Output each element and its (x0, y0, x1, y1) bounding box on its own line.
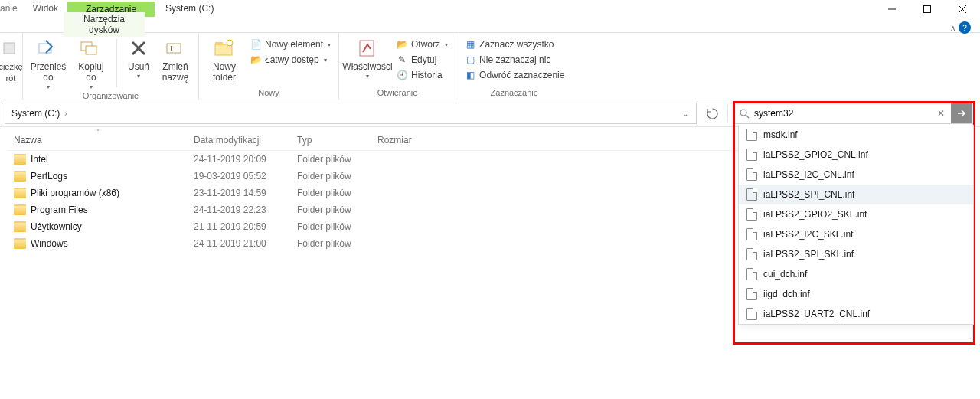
search-suggestion[interactable]: iaLPSS2_UART2_CNL.inf (739, 304, 973, 324)
svg-rect-13 (215, 42, 223, 45)
easy-access-button[interactable]: 📂Łatwy dostęp▾ (248, 53, 332, 67)
shortcut-partial-label2: rót (6, 74, 16, 83)
copy-to-icon (79, 36, 103, 61)
rename-button[interactable]: Zmień nazwę (158, 36, 192, 83)
svg-rect-11 (171, 46, 172, 51)
file-type: Folder plików (291, 203, 371, 217)
document-icon (746, 288, 757, 300)
subtab-left-partial (0, 23, 34, 26)
column-type[interactable]: Typ (291, 130, 371, 150)
document-icon (746, 129, 757, 141)
new-folder-button[interactable]: Nowy folder (205, 36, 243, 83)
new-folder-icon (212, 36, 237, 61)
file-type: Folder plików (291, 186, 371, 200)
group-organize-label: Organizowanie (29, 90, 192, 101)
search-go-button[interactable] (951, 103, 972, 123)
invert-selection-icon: ◧ (464, 69, 476, 81)
search-box[interactable]: ✕ msdk.infiaLPSS2_GPIO2_CNL.infiaLPSS2_I… (733, 103, 974, 124)
search-suggestion[interactable]: iaLPSS2_GPIO2_SKL.inf (739, 204, 973, 224)
search-suggestion[interactable]: iigd_dch.inf (739, 284, 973, 304)
open-button[interactable]: 📂Otwórz▾ (394, 38, 449, 51)
suggestion-label: iaLPSS2_UART2_CNL.inf (763, 309, 870, 319)
edit-button[interactable]: ✎Edytuj (394, 53, 449, 67)
suggestion-label: iaLPSS2_GPIO2_CNL.inf (763, 149, 868, 160)
file-type: Folder plików (291, 169, 371, 183)
search-suggestion[interactable]: iaLPSS2_GPIO2_CNL.inf (739, 145, 973, 165)
properties-button[interactable]: Właściwości▾ (345, 36, 390, 80)
column-date[interactable]: Data modyfikacji (188, 130, 291, 150)
search-suggestion[interactable]: iaLPSS2_I2C_CNL.inf (739, 165, 973, 185)
svg-line-17 (746, 115, 749, 118)
document-icon (746, 308, 757, 320)
file-date: 24-11-2019 20:09 (188, 152, 291, 166)
delete-button[interactable]: Usuń▾ (123, 36, 154, 80)
file-name: Windows (31, 238, 68, 249)
search-suggestion[interactable]: msdk.inf (739, 125, 973, 145)
shortcut-partial-label: cieżkę (0, 62, 23, 72)
address-dropdown-icon[interactable]: ⌄ (679, 110, 691, 118)
new-item-button[interactable]: 📄Nowy element▾ (248, 38, 332, 51)
file-type: Folder plików (291, 237, 371, 250)
folder-icon (14, 171, 26, 182)
help-icon[interactable]: ? (959, 21, 971, 34)
tab-view[interactable]: Widok (24, 1, 67, 17)
invert-selection-button[interactable]: ◧Odwróć zaznaczenie (462, 68, 566, 82)
folder-icon (14, 221, 26, 232)
file-name: PerfLogs (31, 171, 67, 182)
file-date: 23-11-2019 14:59 (188, 186, 291, 200)
document-icon (746, 248, 757, 260)
svg-point-16 (740, 110, 746, 116)
svg-rect-4 (4, 43, 15, 54)
file-size (371, 191, 463, 195)
select-none-button[interactable]: ▢Nie zaznaczaj nic (462, 53, 566, 67)
search-suggestion[interactable]: iaLPSS2_I2C_SKL.inf (739, 224, 973, 244)
rename-icon (163, 36, 188, 61)
group-organize: Przenieś do▾ Kopiuj do▾ Usuń▾ Zmień nazw… (23, 33, 199, 100)
move-to-button[interactable]: Przenieś do▾ (29, 36, 67, 90)
file-size (371, 158, 463, 161)
suggestion-label: iigd_dch.inf (763, 289, 810, 299)
search-suggestion[interactable]: iaLPSS2_SPI_SKL.inf (739, 244, 973, 264)
maximize-button[interactable] (910, 0, 945, 18)
properties-icon (355, 36, 380, 61)
group-new: Nowy folder 📄Nowy element▾ 📂Łatwy dostęp… (199, 33, 339, 100)
file-date: 24-11-2019 22:23 (188, 203, 291, 217)
open-icon: 📂 (396, 38, 408, 51)
sort-asc-icon: ˄ (96, 129, 100, 136)
folder-icon (14, 204, 26, 215)
select-none-icon: ▢ (464, 54, 476, 66)
file-date: 21-11-2019 20:59 (188, 220, 291, 234)
search-input[interactable] (754, 108, 933, 119)
column-size[interactable]: Rozmiar (371, 130, 463, 150)
breadcrumb-root[interactable]: System (C:) (11, 108, 60, 119)
file-date: 24-11-2019 21:00 (188, 237, 291, 250)
close-button[interactable] (945, 0, 980, 18)
column-name[interactable]: ˄Nazwa (8, 130, 188, 150)
document-icon (746, 168, 757, 181)
suggestion-label: cui_dch.inf (763, 269, 807, 280)
file-size (371, 242, 463, 245)
chevron-right-icon[interactable]: › (60, 110, 71, 118)
new-item-icon: 📄 (250, 38, 262, 51)
ribbon-collapse-icon[interactable]: ∧ (950, 24, 956, 32)
minimize-button[interactable] (874, 0, 910, 18)
refresh-button[interactable] (701, 103, 723, 124)
select-all-button[interactable]: ▦Zaznacz wszystko (462, 38, 566, 51)
suggestion-label: msdk.inf (763, 129, 798, 140)
group-select-label: Zaznaczanie (462, 87, 566, 98)
search-suggestion[interactable]: iaLPSS2_SPI_CNL.inf (739, 185, 973, 204)
clear-search-button[interactable]: ✕ (933, 108, 949, 119)
svg-rect-10 (167, 44, 181, 53)
tab-partial-left: anie (0, 1, 24, 17)
copy-to-button[interactable]: Kopiuj do▾ (72, 36, 110, 90)
document-icon (746, 268, 757, 280)
suggestion-label: iaLPSS2_SPI_CNL.inf (763, 189, 854, 200)
document-icon (746, 149, 757, 161)
history-button[interactable]: 🕘Historia (394, 68, 449, 82)
file-name: Pliki programów (x86) (31, 188, 119, 198)
address-bar[interactable]: System (C:) › ⌄ (5, 103, 697, 124)
file-size (371, 225, 463, 228)
select-all-icon: ▦ (464, 38, 476, 51)
search-suggestion[interactable]: cui_dch.inf (739, 264, 973, 284)
shortcut-partial-icon (0, 36, 23, 61)
